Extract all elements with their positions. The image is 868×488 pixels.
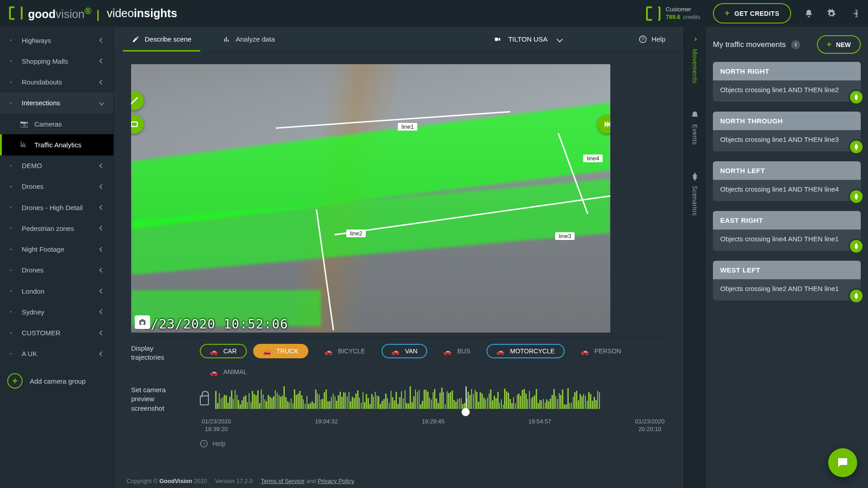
timeline-slider[interactable] [215,388,666,409]
movement-card-badge[interactable] [850,141,863,153]
tos-link[interactable]: Terms of Service [261,478,305,484]
rail-tab-events[interactable]: Events [690,111,699,145]
sidebar-item-demo[interactable]: DEMO [0,155,113,176]
sidebar-item-drones-hd[interactable]: Drones - High Detail [0,197,113,218]
sidebar-item-sydney[interactable]: Sydney [0,301,113,322]
video-camera-icon [493,36,502,42]
footer: Copyright © GoodVision 2020 Version 17.2… [127,478,354,484]
trajectories-label: Display trajectories [131,338,185,362]
movement-card-badge[interactable] [850,190,863,203]
chip-person[interactable]: 🚗PERSON [571,344,631,358]
scenarios-icon [690,172,699,181]
movement-card-desc: Objects crossing line1 AND THEN line3 [713,130,861,151]
timeline-help[interactable]: ? Help [200,440,666,448]
line-label-3: line3 [555,232,575,240]
topbar: goodvision® | videoinsights Customer 789… [0,0,868,27]
logo[interactable]: goodvision® | videoinsights [9,5,177,21]
get-credits-button[interactable]: + GET CREDITS [713,3,791,23]
movement-card[interactable]: NORTH LEFTObjects crossing line1 AND THE… [713,161,861,201]
svg-text:?: ? [642,36,644,42]
sidebar-sub-cameras[interactable]: 📷 Cameras [0,113,113,134]
chip-animal[interactable]: 🚗ANIMAL [200,365,257,379]
sidebar: Highways Shopping Malls Roundabouts Inte… [0,27,114,488]
movement-card-desc: Objects crossing line4 AND THEN line1 [713,230,861,251]
movement-card-desc: Objects crossing line2 AND THEN line1 [713,279,861,300]
movement-card[interactable]: WEST LEFTObjects crossing line2 AND THEN… [713,261,861,300]
movement-card[interactable]: NORTH RIGHTObjects crossing line1 AND TH… [713,62,861,102]
right-rail: Movements Events Scenarios [684,27,705,488]
movement-card[interactable]: NORTH THROUGHObjects crossing line1 AND … [713,112,861,151]
customer-credits: 789.6credits [666,14,701,21]
pencil-icon [132,36,139,43]
tool-line-button[interactable] [131,91,144,110]
plus-icon: + [827,40,832,49]
chip-bus[interactable]: 🚗BUS [434,344,480,358]
chip-car[interactable]: 🚗CAR [200,344,247,358]
sidebar-item-night[interactable]: Night Footage [0,239,113,260]
screenshot-button[interactable] [135,315,150,329]
sidebar-item-auk[interactable]: A UK [0,343,113,364]
camera-select[interactable]: TILTON USA [493,35,562,43]
sidebar-item-pedestrian[interactable]: Pedestrian zones [0,218,113,239]
sidebar-item-drones-2[interactable]: Drones [0,260,113,281]
plus-icon: + [725,9,730,18]
plus-circle-icon: + [7,373,23,389]
sidebar-item-customer[interactable]: CUSTOMER [0,323,113,343]
help-button[interactable]: ? Help [639,35,665,43]
tab-describe-scene[interactable]: Describe scene [132,27,191,51]
chart-icon [20,141,28,149]
chip-bicycle[interactable]: 🚗BICYCLE [315,344,375,358]
movement-card[interactable]: EAST RIGHTObjects crossing line4 AND THE… [713,211,861,251]
logo-icon [9,6,23,20]
timeline-tick: 01/23/202018:39:20 [202,418,231,433]
gear-icon[interactable] [826,9,836,19]
movements-icon [690,34,700,44]
sidebar-item-london[interactable]: London [0,281,113,301]
sidebar-item-roundabouts[interactable]: Roundabouts [0,72,113,93]
sidebar-item-shopping-malls[interactable]: Shopping Malls [0,51,113,71]
sidebar-sub-traffic-analytics[interactable]: Traffic Analytics [0,134,113,155]
chip-truck[interactable]: 🚗TRUCK [253,344,308,358]
movement-card-badge[interactable] [850,240,863,253]
movement-card-title: EAST RIGHT [713,211,861,230]
customer-block[interactable]: Customer 789.6credits [646,6,701,21]
line-label-4: line4 [583,155,603,162]
tabs: Describe scene Analyze data TILTON USA ?… [114,27,684,52]
chevron-down-icon [557,36,563,42]
svg-text:?: ? [203,441,205,446]
lock-icon[interactable] [200,395,209,405]
help-circle-icon: ? [639,35,647,43]
events-icon [690,111,699,120]
add-camera-group-button[interactable]: + Add camera group [0,364,113,398]
tab-analyze-data[interactable]: Analyze data [223,27,275,51]
bar-chart-icon [223,36,230,43]
movement-card-desc: Objects crossing line1 AND THEN line2 [713,80,861,102]
movement-card-desc: Objects crossing line1 AND THEN line4 [713,180,861,201]
new-movement-button[interactable]: + NEW [817,35,861,54]
logo-text: goodvision® | [28,5,101,21]
sidebar-item-intersections[interactable]: Intersections [0,93,113,113]
rail-tab-scenarios[interactable]: Scenarios [690,172,699,216]
movements-panel: My traffic movements i + NEW NORTH RIGHT… [705,27,868,488]
chip-van[interactable]: 🚗VAN [382,344,428,358]
sidebar-item-drones[interactable]: Drones [0,176,113,197]
line-label-2: line2 [346,230,366,237]
movement-card-badge[interactable] [850,290,863,302]
sidebar-item-highways[interactable]: Highways [0,30,113,51]
scene-canvas[interactable]: line1 line4 line2 line3 01/23/2020 10:52… [131,64,610,333]
rail-tab-movements[interactable]: Movements [690,34,700,84]
privacy-link[interactable]: Privacy Policy [317,478,354,484]
movement-card-badge[interactable] [850,91,863,103]
timeline-label: Set camera preview screenshot [131,385,185,448]
movement-card-title: NORTH RIGHT [713,62,861,80]
logo-subtext: videoinsights [107,7,177,20]
chat-fab-button[interactable] [828,448,857,477]
line-label-1: line1 [398,123,417,131]
chip-motorcycle[interactable]: 🚗MOTORCYCLE [486,344,565,358]
movement-card-title: WEST LEFT [713,261,861,279]
bell-icon[interactable] [804,9,814,19]
tool-rect-button[interactable] [131,115,144,134]
logout-icon[interactable] [849,9,859,19]
info-icon[interactable]: i [791,40,800,49]
movements-title: My traffic movements [713,40,786,49]
